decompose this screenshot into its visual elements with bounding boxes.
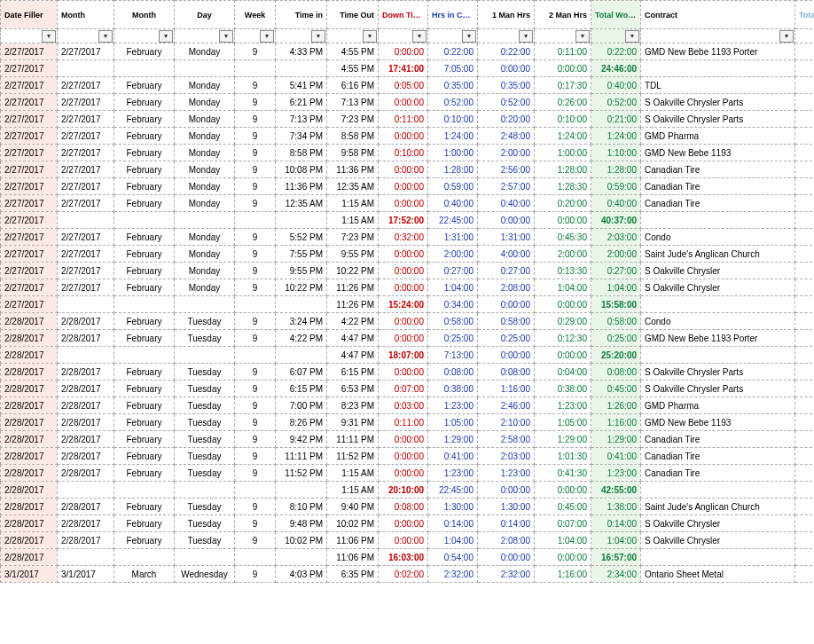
- cell[interactable]: 11:26 PM: [327, 296, 379, 313]
- cell[interactable]: 4:33 PM: [276, 43, 327, 60]
- cell[interactable]: [641, 296, 795, 313]
- cell[interactable]: 9: [235, 145, 276, 161]
- cell[interactable]: 1:24:00: [591, 128, 641, 145]
- cell[interactable]: 2/27/2017: [1, 128, 58, 145]
- cell[interactable]: Canadian Tire: [641, 161, 795, 178]
- cell[interactable]: 0:22:00: [428, 43, 478, 60]
- cell[interactable]: 2/28/2017: [58, 499, 114, 515]
- cell[interactable]: 0:34:00: [428, 296, 478, 313]
- cell[interactable]: 9: [235, 364, 276, 381]
- cell[interactable]: 2/28/2017: [58, 431, 114, 448]
- cell[interactable]: 7:34 PM: [276, 128, 327, 145]
- cell[interactable]: 0:32:00: [379, 229, 428, 246]
- cell[interactable]: 9:55 PM: [276, 263, 327, 279]
- cell[interactable]: 2/27/2017: [1, 263, 58, 279]
- cell[interactable]: Tuesday: [175, 448, 235, 465]
- cell[interactable]: 2/27/2017: [58, 263, 114, 279]
- cell[interactable]: 0:41:00: [591, 448, 641, 465]
- cell[interactable]: 22:45:00: [428, 482, 478, 499]
- cell[interactable]: February: [114, 161, 175, 178]
- cell[interactable]: 1:10:00: [591, 145, 641, 161]
- cell[interactable]: Tuesday: [175, 381, 235, 397]
- cell[interactable]: 0:00:00: [379, 364, 428, 381]
- cell[interactable]: Wednesday: [175, 566, 235, 583]
- cell[interactable]: S Oakville Chrysler Parts: [641, 111, 795, 128]
- cell[interactable]: 0:00:00: [379, 178, 428, 195]
- cell[interactable]: 2/27/2017: [1, 145, 58, 161]
- cell[interactable]: S Oakville Chrysler: [641, 279, 795, 296]
- cell[interactable]: Ontario Sheet Metal: [641, 566, 795, 583]
- cell[interactable]: 2:03:00: [478, 448, 535, 465]
- cell[interactable]: Saint Jude's Anglican Church: [641, 246, 795, 263]
- cell[interactable]: February: [114, 279, 175, 296]
- cell[interactable]: 1:23:00: [428, 465, 478, 482]
- cell[interactable]: Tuesday: [175, 465, 235, 482]
- cell[interactable]: February: [114, 246, 175, 263]
- cell[interactable]: 1:04:00: [591, 532, 641, 549]
- cell[interactable]: [175, 296, 235, 313]
- cell[interactable]: 4:22 PM: [276, 330, 327, 347]
- cell[interactable]: 0:00:00: [379, 330, 428, 347]
- cell[interactable]: 0: [795, 347, 815, 364]
- cell[interactable]: [114, 296, 175, 313]
- cell[interactable]: 2/27/2017: [1, 212, 58, 229]
- cell[interactable]: 0:00:00: [535, 482, 591, 499]
- cell[interactable]: [276, 296, 327, 313]
- cell[interactable]: 0:00:00: [478, 212, 535, 229]
- cell[interactable]: [276, 347, 327, 364]
- cell[interactable]: 3:24 PM: [276, 313, 327, 330]
- cell[interactable]: 10:22 PM: [327, 263, 379, 279]
- cell[interactable]: 0:04:00: [535, 364, 591, 381]
- cell[interactable]: 9: [235, 246, 276, 263]
- cell[interactable]: 8:58 PM: [276, 145, 327, 161]
- cell[interactable]: Monday: [175, 195, 235, 212]
- cell[interactable]: 2:32:00: [478, 566, 535, 583]
- cell[interactable]: [235, 347, 276, 364]
- cell[interactable]: 9: [235, 330, 276, 347]
- cell[interactable]: 9: [235, 94, 276, 111]
- cell[interactable]: 0:11:00: [535, 43, 591, 60]
- cell[interactable]: [175, 482, 235, 499]
- cell[interactable]: 17:41:00: [379, 60, 428, 77]
- cell[interactable]: 2/28/2017: [1, 499, 58, 515]
- cell[interactable]: 24:46:00: [591, 60, 641, 77]
- cell[interactable]: Tuesday: [175, 499, 235, 515]
- cell[interactable]: [235, 60, 276, 77]
- cell[interactable]: 1: [795, 313, 815, 330]
- cell[interactable]: 1: [795, 465, 815, 482]
- cell[interactable]: 10:22 PM: [276, 279, 327, 296]
- cell[interactable]: February: [114, 465, 175, 482]
- cell[interactable]: 7:05:00: [428, 60, 478, 77]
- cell[interactable]: 12:35 AM: [327, 178, 379, 195]
- cell[interactable]: February: [114, 195, 175, 212]
- cell[interactable]: [641, 549, 795, 566]
- cell[interactable]: 2/27/2017: [1, 161, 58, 178]
- cell[interactable]: Monday: [175, 43, 235, 60]
- filter-dropdown-icon[interactable]: ▾: [311, 30, 325, 43]
- cell[interactable]: [276, 482, 327, 499]
- cell[interactable]: Monday: [175, 77, 235, 94]
- cell[interactable]: 0:00:00: [478, 296, 535, 313]
- cell[interactable]: 3/1/2017: [1, 566, 58, 583]
- cell[interactable]: 2: [795, 161, 815, 178]
- cell[interactable]: 0:40:00: [478, 195, 535, 212]
- filter-dropdown-icon[interactable]: ▾: [519, 30, 533, 43]
- cell[interactable]: 20:10:00: [379, 482, 428, 499]
- cell[interactable]: 2/28/2017: [58, 381, 114, 397]
- cell[interactable]: 2:00:00: [478, 145, 535, 161]
- cell[interactable]: Tuesday: [175, 532, 235, 549]
- cell[interactable]: [641, 60, 795, 77]
- cell[interactable]: 1:04:00: [428, 279, 478, 296]
- cell[interactable]: 2: [795, 145, 815, 161]
- cell[interactable]: 1: [795, 330, 815, 347]
- cell[interactable]: 2: [795, 566, 815, 583]
- cell[interactable]: 0:27:00: [428, 263, 478, 279]
- cell[interactable]: 0:59:00: [428, 178, 478, 195]
- cell[interactable]: 0:05:00: [379, 77, 428, 94]
- cell[interactable]: 0:00:00: [379, 279, 428, 296]
- cell[interactable]: February: [114, 515, 175, 532]
- cell[interactable]: 0:10:00: [535, 111, 591, 128]
- cell[interactable]: 7:13 PM: [276, 111, 327, 128]
- cell[interactable]: 0:00:00: [535, 347, 591, 364]
- cell[interactable]: 0:00:00: [379, 94, 428, 111]
